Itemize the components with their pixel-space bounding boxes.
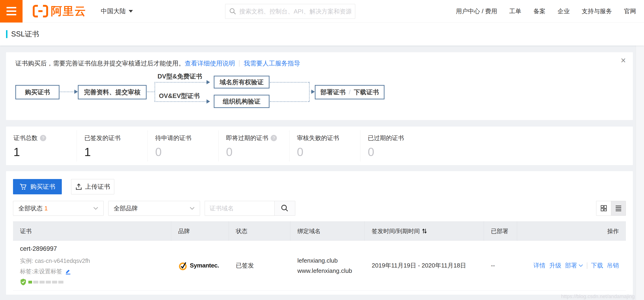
arrow-right-icon bbox=[206, 99, 210, 104]
action-detail[interactable]: 详情 bbox=[534, 262, 546, 270]
stat-expiring: 即将过期的证书 ? 0 bbox=[218, 130, 290, 161]
stats-card: 证书总数 ? 1 已签发的证书 1 待申请的证书 0 即将过期的证书 ? 0 审… bbox=[6, 127, 633, 165]
domain-search-group bbox=[205, 201, 295, 216]
upload-certificate-button[interactable]: 上传证书 bbox=[71, 179, 114, 194]
banner-message: 证书购买后，需要完善证书信息并提交审核通过后才能使用。 bbox=[15, 59, 185, 68]
col-brand: 品牌 bbox=[171, 221, 229, 241]
domain-www: www.lefenxiang.club bbox=[297, 266, 365, 276]
stat-value: 0 bbox=[226, 145, 289, 159]
global-search-input[interactable] bbox=[239, 8, 351, 15]
status-filter-label: 全部状态 bbox=[18, 204, 42, 213]
region-selector[interactable]: 中国大陆 bbox=[101, 7, 133, 15]
domain-search-button[interactable] bbox=[274, 201, 295, 216]
brand-filter-select[interactable]: 全部品牌 bbox=[108, 201, 200, 216]
cell-period: 2019年11月19日 - 2020年11月18日 bbox=[365, 262, 484, 270]
arrow-right-icon bbox=[74, 90, 78, 94]
view-toggle bbox=[596, 201, 626, 216]
title-accent-bar bbox=[6, 30, 8, 38]
action-deploy[interactable]: 部署 bbox=[565, 262, 583, 270]
grid-view-icon bbox=[600, 205, 607, 212]
col-deployed: 已部署 bbox=[484, 221, 517, 241]
col-certificate: 证书 bbox=[13, 221, 171, 241]
manual-service-link[interactable]: 我需要人工服务指导 bbox=[244, 59, 300, 68]
sort-icon[interactable] bbox=[422, 228, 427, 234]
nav-user-center[interactable]: 用户中心 / 费用 bbox=[456, 7, 497, 15]
nav-icp[interactable]: 备案 bbox=[534, 7, 546, 15]
security-rating bbox=[20, 279, 171, 286]
flow-connector bbox=[270, 101, 309, 102]
top-header: 阿里云 中国大陆 用户中心 / 费用 工单 备案 企业 支持与服务 官网 bbox=[0, 0, 644, 22]
cart-icon bbox=[20, 183, 27, 190]
stat-pending: 待申请的证书 0 bbox=[148, 130, 218, 161]
upload-icon bbox=[75, 183, 82, 190]
help-icon[interactable]: ? bbox=[40, 135, 46, 141]
status-text: 已签发 bbox=[236, 262, 254, 269]
usage-guide-link[interactable]: 查看详细使用说明 bbox=[185, 59, 235, 68]
nav-support[interactable]: 支持与服务 bbox=[582, 7, 612, 15]
nav-official-site[interactable]: 官网 bbox=[624, 7, 636, 15]
stat-label: 已签发的证书 bbox=[84, 134, 120, 142]
buy-certificate-button[interactable]: 购买证书 bbox=[13, 179, 62, 194]
col-status: 状态 bbox=[229, 221, 290, 241]
cell-brand: Symantec. bbox=[171, 261, 229, 271]
stat-expired: 已过期的证书 0 bbox=[360, 130, 633, 161]
banner-close-icon[interactable]: × bbox=[621, 56, 626, 65]
certificate-workflow-diagram: 购买证书 完善资料、提交审核 DV型&免费证书 OV&EV型证书 域名所有权验证… bbox=[15, 72, 624, 112]
validity-period: 2019年11月19日 - 2020年11月18日 bbox=[372, 262, 466, 269]
caret-down-icon bbox=[129, 10, 133, 12]
link-divider bbox=[239, 60, 240, 67]
cell-actions: 详情 升级 部署 下载 吊销 bbox=[517, 262, 626, 270]
nav-tickets[interactable]: 工单 bbox=[509, 7, 521, 15]
help-icon[interactable]: ? bbox=[271, 135, 277, 141]
status-filter-select[interactable]: 全部状态 1 bbox=[13, 201, 104, 216]
chevron-down-icon bbox=[93, 207, 98, 210]
certificate-name: cert-2896997 bbox=[20, 245, 171, 252]
tag-label: 标签:未设置标签 bbox=[20, 268, 62, 275]
flow-deploy-label: 部署证书 bbox=[320, 88, 346, 96]
action-revoke[interactable]: 吊销 bbox=[607, 262, 619, 270]
cell-certificate: cert-2896997 实例: cas-cn-v641edqsv2fh 标签:… bbox=[13, 245, 171, 286]
global-search-box[interactable] bbox=[225, 4, 355, 19]
aliyun-logo[interactable]: 阿里云 bbox=[33, 4, 86, 18]
flow-step-buy: 购买证书 bbox=[15, 85, 60, 99]
status-filter-count: 1 bbox=[44, 205, 48, 212]
deployed-value: -- bbox=[491, 262, 495, 269]
flow-connector bbox=[154, 101, 207, 102]
domain-search-input[interactable] bbox=[205, 201, 274, 216]
flow-branch-bottom-label: OV&EV型证书 bbox=[159, 92, 200, 100]
cell-deployed: -- bbox=[484, 262, 517, 269]
search-icon bbox=[229, 8, 236, 15]
workflow-banner-card: 证书购买后，需要完善证书信息并提交审核通过后才能使用。 查看详细使用说明 我需要… bbox=[6, 52, 633, 120]
flow-step-deploy-download: 部署证书 / 下载证书 bbox=[315, 85, 384, 99]
filter-row: 全部状态 1 全部品牌 bbox=[13, 201, 626, 216]
action-upgrade[interactable]: 升级 bbox=[549, 262, 561, 270]
table-row: cert-2896997 实例: cas-cn-v641edqsv2fh 标签:… bbox=[13, 241, 626, 291]
flow-branch-top-label: DV型&免费证书 bbox=[158, 72, 202, 81]
flow-step-complete: 完善资料、提交审核 bbox=[78, 85, 146, 99]
edit-tag-icon[interactable] bbox=[64, 268, 71, 275]
table-header: 证书 品牌 状态 绑定域名 签发时间/到期时间 已部署 操作 bbox=[13, 221, 626, 241]
card-view-button[interactable] bbox=[596, 201, 611, 216]
brand-name: Symantec. bbox=[190, 262, 219, 269]
hamburger-menu-button[interactable] bbox=[0, 0, 22, 22]
cell-domains: lefenxiang.club www.lefenxiang.club bbox=[290, 256, 365, 276]
flow-step-domain-verify: 域名所有权验证 bbox=[214, 76, 270, 88]
flow-step-org-verify: 组织机构验证 bbox=[214, 95, 270, 108]
vertical-scrollbar[interactable] bbox=[636, 45, 644, 300]
flow-connector bbox=[60, 91, 74, 92]
action-divider bbox=[587, 262, 587, 269]
nav-enterprise[interactable]: 企业 bbox=[558, 7, 570, 15]
instance-id: 实例: cas-cn-v641edqsv2fh bbox=[20, 257, 171, 265]
symantec-logo-icon bbox=[178, 261, 188, 271]
header-nav: 用户中心 / 费用 工单 备案 企业 支持与服务 官网 bbox=[456, 7, 636, 15]
stat-total: 证书总数 ? 1 bbox=[6, 130, 77, 161]
logo-bracket-right-icon bbox=[43, 5, 48, 17]
rating-segments bbox=[28, 281, 64, 284]
stat-label: 已过期的证书 bbox=[368, 134, 404, 142]
list-view-button[interactable] bbox=[611, 201, 626, 216]
flow-connector bbox=[154, 82, 207, 83]
chevron-down-icon bbox=[190, 207, 195, 210]
toolbar: 购买证书 上传证书 bbox=[13, 179, 626, 194]
search-icon bbox=[281, 204, 289, 213]
action-download[interactable]: 下载 bbox=[591, 262, 603, 270]
